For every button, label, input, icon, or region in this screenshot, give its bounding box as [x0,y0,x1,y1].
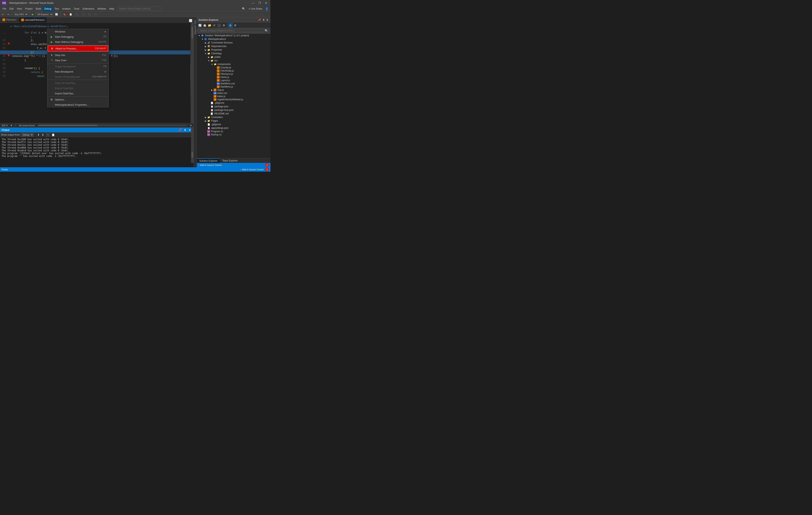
line-bp-26[interactable] [7,54,10,56]
scroll-right-btn[interactable]: ▶ [190,124,192,127]
se-item-gitignore-root[interactable]: 📄 .gitignore [197,123,270,126]
output-float-btn[interactable]: ⬆ [183,128,187,132]
debug-menu-item-new-bp[interactable]: New Breakpoint ▶ [47,69,109,74]
menu-item-debug[interactable]: Debug [43,6,53,11]
toolbar-icon-4[interactable]: ⬛ [80,12,86,16]
se-item-home[interactable]: JS Home.js [197,75,270,79]
se-btn-grid[interactable]: ⊞ [228,23,233,28]
se-float-btn[interactable]: ⬆ [262,18,265,22]
debug-menu-item-attach-to-process[interactable]: ⚙ Attach to Process... Ctrl+Alt+P [48,46,108,52]
debug-menu-item-step-over[interactable]: ↷ Step Over F10 [47,58,109,63]
se-item-properties[interactable]: ▶ 📁 Properties [197,48,270,52]
se-item-startupcs[interactable]: C# Startup.cs [197,133,270,136]
se-item-project[interactable]: ▼ 🔵 WebApplication2 [197,37,270,41]
debug-menu-item-import-datatips[interactable]: Import DataTips... [47,91,109,96]
output-source-select[interactable]: Debug [21,133,33,137]
se-btn-props[interactable]: ⚙ [233,23,237,28]
config-select[interactable]: Any CPU [13,12,28,17]
debug-menu-item-start-no-debug[interactable]: ▶ Start Without Debugging Ctrl+F5 [47,39,109,44]
liveshare-button[interactable]: ↗ Live Share [246,7,264,10]
menu-item-tools[interactable]: Tools [72,6,81,11]
menu-item-file[interactable]: File [1,6,8,11]
menu-item-project[interactable]: Project [24,6,34,11]
se-item-programcs[interactable]: C# Program.cs [197,130,270,133]
se-item-src[interactable]: ▼ 📁 src [197,59,270,62]
menu-item-analyze[interactable]: Analyze [60,6,72,11]
se-btn-refresh[interactable]: ↺ [212,23,216,28]
se-item-indexjs[interactable]: JS index.js [197,95,270,98]
se-item-public[interactable]: ▶ 📁 public [197,55,270,59]
search-input[interactable] [117,7,161,11]
se-btn-settings[interactable]: ⚙ [222,23,226,28]
add-source-control-status[interactable]: ↑ Add to Source Control [240,168,264,171]
se-item-controllers[interactable]: ▶ 📁 Controllers [197,116,270,119]
se-btn-folder[interactable]: 📁 [207,23,212,28]
se-item-readme[interactable]: 📝 README.md [197,112,270,116]
tab-calculatefibonacci[interactable]: JS calculateFibonacci [19,17,47,23]
output-btn-1[interactable]: ⬆ [37,133,40,137]
output-btn-3[interactable]: ⬛ [46,133,50,137]
se-item-appjs[interactable]: ▶ JS App.js [197,88,270,92]
se-item-clientapp[interactable]: ▼ 📁 ClientApp [197,52,270,55]
diagnostic-tools-label[interactable]: Diagnostic Tools [194,20,196,34]
status-notif-badge[interactable]: 2 [265,168,269,171]
menu-item-test[interactable]: Test [53,6,60,11]
output-btn-4[interactable]: 📋 [51,133,55,137]
output-scrollbar[interactable] [191,128,194,163]
toolbar-undo-btn[interactable]: ↩ [1,12,5,16]
search-icon[interactable]: 🔍 [241,7,246,11]
zoom-level[interactable]: 100 % [2,124,8,127]
se-item-solution[interactable]: ▼ 🔷 Solution 'WebApplication2' (1 of 1 p… [197,34,270,37]
server-select[interactable]: IIS Express [36,12,53,17]
debug-menu-item-windows[interactable]: Windows ▶ [47,29,109,34]
run-btn[interactable]: ▶ [31,12,35,16]
se-item-packagejson[interactable]: 📋 package.json [197,105,270,108]
editor-scrollbar-thumb[interactable] [192,27,193,39]
add-source-control-label[interactable]: ↑ Add to Source Control [199,164,222,166]
se-item-counter[interactable]: JS Counter.js [197,66,270,69]
se-item-components[interactable]: ▼ 📁 components [197,62,270,66]
se-item-gitignore-clientapp[interactable]: 📄 .gitignore [197,101,270,105]
se-search-icon[interactable]: 🔍 [264,29,269,32]
toolbar-redo-btn[interactable]: ↪ [6,12,10,16]
account-icon[interactable]: 👤 [264,7,270,11]
se-pin-btn[interactable]: 📌 [258,18,262,22]
restore-button[interactable]: ❐ [257,1,262,5]
se-item-fibonacci[interactable]: JS Fibonacci.js [197,72,270,75]
debug-menu-item-options[interactable]: ⚙ Options... [47,97,109,102]
tab-fibonacci[interactable]: JS Fibonacci [0,17,19,23]
output-pin-btn[interactable]: 📌 [177,128,182,132]
se-btn-home[interactable]: 🏠 [202,23,207,28]
se-tab-solution-explorer[interactable]: Solution Explorer [197,158,220,163]
menu-item-view[interactable]: View [15,6,24,11]
new-vertical-tab-group-icon[interactable]: ⬜ [188,19,194,23]
debug-menu-item-start-debugging[interactable]: ▶ Start Debugging F5 [47,34,109,39]
se-item-fetchdata[interactable]: JS FetchData.js [197,69,270,72]
horiz-scrollbar[interactable] [38,125,187,126]
se-btn-filter[interactable]: ⬛ [217,23,221,28]
toolbar-icon-5[interactable]: ⬛ [87,12,92,16]
menu-item-edit[interactable]: Edit [8,6,15,11]
toolbar-icon-6[interactable]: ⬛ [93,12,98,16]
minimize-button[interactable]: — [250,1,256,5]
menu-item-help[interactable]: Help [108,6,116,11]
se-item-navmenucss[interactable]: CSS NavMenu.css [197,82,270,85]
toolbar-icon-2[interactable]: 📋 [68,12,74,16]
se-item-connected-services[interactable]: ▶ 🔗 Connected Services [197,41,270,44]
se-item-packagelockjson[interactable]: 📋 package-lock.json [197,108,270,112]
toolbar-icon-1[interactable]: 🔖 [62,12,67,16]
se-item-navmenujs[interactable]: JS NavMenu.js [197,85,270,88]
se-btn-sync[interactable]: 🔄 [198,23,202,28]
toolbar-icon-3[interactable]: ⬛ [74,12,80,16]
output-btn-2[interactable]: ⬇ [41,133,45,137]
menu-item-window[interactable]: Window [96,6,108,11]
menu-item-extensions[interactable]: Extensions [81,6,96,11]
se-tab-team-explorer[interactable]: Team Explorer [220,158,240,163]
se-item-appsettings[interactable]: 📋 appsettings.json [197,126,270,130]
se-item-dependencies[interactable]: ▶ 📦 Dependencies [197,44,270,48]
line-bp-23[interactable] [7,42,10,44]
menu-item-build[interactable]: Build [34,6,43,11]
debug-menu-item-step-into[interactable]: ⬇ Step Into F11 [47,53,109,58]
se-search-input[interactable] [199,29,264,33]
refresh-btn[interactable]: 🔄 [54,12,59,16]
